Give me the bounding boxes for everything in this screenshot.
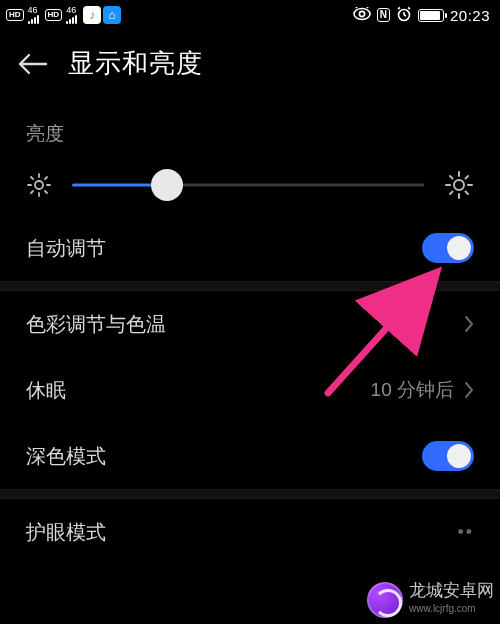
svg-line-24 [450, 176, 453, 179]
svg-point-10 [35, 181, 43, 189]
status-left: HD 46 HD 46 ♪ ⌂ [6, 6, 121, 24]
color-temp-label: 色彩调节与色温 [26, 311, 166, 338]
svg-line-25 [466, 192, 469, 195]
watermark-url: www.lcjrfg.com [409, 600, 494, 618]
svg-line-9 [408, 7, 410, 9]
alarm-icon [396, 6, 412, 25]
eye-comfort-status-icon [353, 7, 371, 24]
chevron-right-icon [464, 315, 474, 333]
watermark-logo-icon [367, 582, 403, 618]
sleep-row[interactable]: 休眠 10 分钟后 [26, 357, 474, 423]
auto-brightness-toggle[interactable] [422, 233, 474, 263]
auto-brightness-label: 自动调节 [26, 235, 106, 262]
chevron-right-icon [464, 381, 474, 399]
brightness-slider-row [26, 169, 474, 201]
svg-point-19 [454, 180, 464, 190]
dark-mode-toggle[interactable] [422, 441, 474, 471]
section-divider [0, 489, 500, 499]
status-bar: HD 46 HD 46 ♪ ⌂ N 20:23 [0, 0, 500, 28]
hd-badge: HD [6, 9, 24, 21]
svg-point-0 [354, 8, 370, 19]
hd-badge-2: HD [45, 9, 63, 21]
brightness-low-icon [26, 172, 52, 198]
brightness-slider-thumb[interactable] [151, 169, 183, 201]
sim1-signal: 46 [28, 6, 41, 24]
svg-line-7 [404, 15, 406, 16]
eye-comfort-row[interactable]: 护眼模式 •• [26, 499, 474, 565]
eye-comfort-label: 护眼模式 [26, 519, 106, 546]
color-temp-row[interactable]: 色彩调节与色温 [26, 291, 474, 357]
page-title: 显示和亮度 [68, 46, 203, 81]
nfc-icon: N [377, 8, 390, 22]
section-divider [0, 281, 500, 291]
watermark-name: 龙城安卓网 [409, 582, 494, 600]
brightness-high-icon [444, 170, 474, 200]
app-icon-music: ♪ [83, 6, 101, 24]
svg-line-16 [45, 191, 47, 193]
sleep-value: 10 分钟后 [371, 377, 454, 403]
svg-line-27 [466, 176, 469, 179]
eye-comfort-indicator: •• [457, 522, 474, 543]
status-right: N 20:23 [353, 6, 490, 25]
clock-time: 20:23 [450, 7, 490, 24]
svg-line-15 [31, 177, 33, 179]
svg-point-1 [359, 11, 364, 16]
sim2-signal: 46 [66, 6, 79, 24]
sleep-label: 休眠 [26, 377, 66, 404]
page-header: 显示和亮度 [0, 28, 500, 91]
app-icon-browser: ⌂ [103, 6, 121, 24]
brightness-slider[interactable] [72, 169, 424, 201]
svg-line-4 [367, 7, 369, 8]
watermark: 龙城安卓网 www.lcjrfg.com [367, 582, 494, 618]
back-arrow-icon[interactable] [18, 52, 48, 76]
auto-brightness-row: 自动调节 [26, 215, 474, 281]
svg-line-26 [450, 192, 453, 195]
svg-line-8 [398, 7, 400, 9]
dark-mode-row: 深色模式 [26, 423, 474, 489]
dark-mode-label: 深色模式 [26, 443, 106, 470]
svg-line-2 [355, 7, 357, 8]
battery-icon [418, 9, 444, 22]
brightness-section-label: 亮度 [26, 121, 474, 147]
svg-line-18 [45, 177, 47, 179]
svg-line-17 [31, 191, 33, 193]
